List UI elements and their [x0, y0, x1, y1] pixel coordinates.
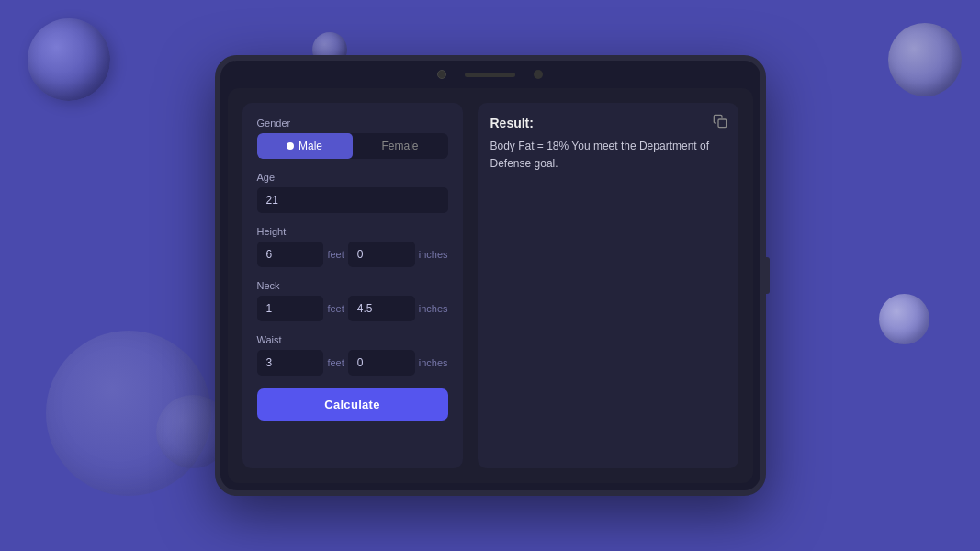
- tablet-device: Gender Male Female Age Height: [215, 55, 766, 496]
- height-field: Height feet inches: [257, 226, 448, 267]
- decorative-blob-top-left: [28, 18, 110, 101]
- waist-label: Waist: [257, 334, 448, 345]
- female-button[interactable]: Female: [353, 133, 448, 159]
- tablet-side-button: [765, 257, 770, 294]
- height-inputs: feet inches: [257, 242, 448, 267]
- gender-label: Gender: [257, 118, 448, 129]
- neck-inches-unit: inches: [419, 303, 448, 314]
- height-feet-input[interactable]: [257, 242, 324, 267]
- waist-inches-input[interactable]: [348, 350, 415, 376]
- neck-inches-input[interactable]: [348, 296, 415, 321]
- decorative-blob-bottom-left-big: [46, 331, 211, 496]
- waist-feet-unit: feet: [327, 357, 344, 368]
- neck-label: Neck: [257, 280, 448, 291]
- waist-field: Waist feet inches: [257, 334, 448, 376]
- result-title: Result:: [490, 116, 726, 130]
- male-radio-dot: [287, 142, 294, 150]
- waist-inputs: feet inches: [257, 350, 448, 376]
- gender-field: Gender Male Female: [257, 118, 448, 159]
- result-text: Body Fat = 18% You meet the Department o…: [490, 138, 726, 173]
- calculate-button[interactable]: Calculate: [257, 388, 448, 421]
- svg-rect-0: [718, 119, 727, 128]
- age-label: Age: [257, 172, 448, 183]
- height-feet-unit: feet: [327, 249, 344, 260]
- female-label: Female: [381, 140, 418, 152]
- neck-field: Neck feet inches: [257, 280, 448, 321]
- copy-icon[interactable]: [713, 114, 727, 131]
- tablet-speaker: [465, 73, 515, 77]
- waist-inches-unit: inches: [419, 357, 448, 368]
- decorative-blob-mid-right: [879, 294, 929, 344]
- age-input[interactable]: [257, 187, 448, 213]
- form-panel: Gender Male Female Age Height: [242, 103, 463, 468]
- waist-feet-input[interactable]: [257, 350, 324, 376]
- age-field: Age: [257, 172, 448, 213]
- tablet-camera-right: [534, 70, 543, 79]
- gender-toggle: Male Female: [257, 133, 448, 159]
- height-inches-unit: inches: [419, 249, 448, 260]
- neck-inputs: feet inches: [257, 296, 448, 321]
- male-button[interactable]: Male: [257, 133, 353, 159]
- male-label: Male: [299, 140, 322, 152]
- tablet-camera-left: [437, 70, 446, 79]
- tablet-top-bar: [220, 61, 760, 88]
- result-panel: Result: Body Fat = 18% You meet the Depa…: [478, 103, 738, 468]
- neck-feet-unit: feet: [327, 303, 344, 314]
- height-inches-input[interactable]: [348, 242, 415, 267]
- height-label: Height: [257, 226, 448, 237]
- decorative-blob-top-right: [888, 23, 962, 96]
- neck-feet-input[interactable]: [257, 296, 324, 321]
- tablet-content: Gender Male Female Age Height: [228, 88, 753, 483]
